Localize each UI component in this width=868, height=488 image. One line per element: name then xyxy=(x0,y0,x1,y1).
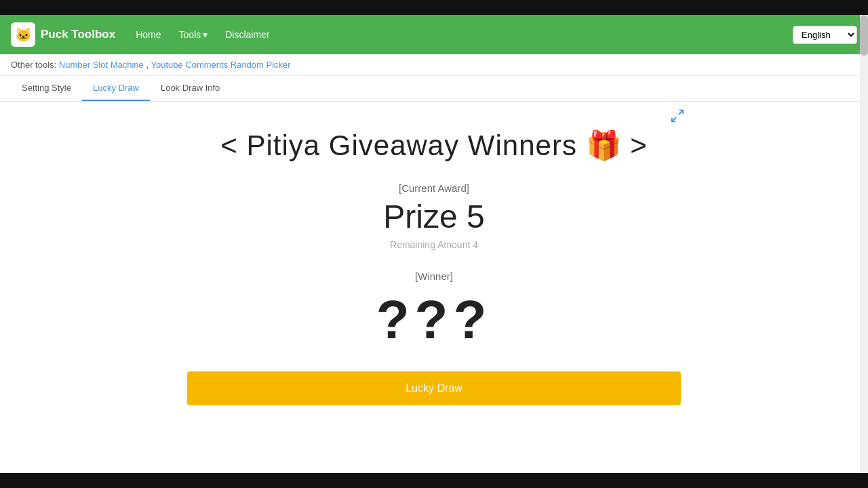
brand-name: Puck Toolbox xyxy=(41,28,115,41)
other-tools-bar: Other tools: Number Slot Machine , Youtu… xyxy=(0,54,868,76)
other-tools-label: Other tools: xyxy=(11,60,56,70)
tab-setting-style[interactable]: Setting Style xyxy=(11,76,82,101)
navbar-right: English Thai Japanese xyxy=(793,26,857,44)
brand[interactable]: 🐱 Puck Toolbox xyxy=(11,22,115,47)
navbar-left: 🐱 Puck Toolbox Home Tools ▾ Disclaimer xyxy=(11,22,277,47)
main-content: < Pitiya Giveaway Winners 🎁 > [Current A… xyxy=(176,102,692,419)
remaining-amount: Remaining Amount 4 xyxy=(187,239,681,250)
tab-navigation: Setting Style Lucky Draw Look Draw Info xyxy=(0,76,868,102)
language-select[interactable]: English Thai Japanese xyxy=(793,26,857,44)
svg-line-0 xyxy=(679,110,683,115)
nav-links: Home Tools ▾ Disclaimer xyxy=(129,25,276,44)
prize-name: Prize 5 xyxy=(187,198,681,235)
yt-comments-link[interactable]: Youtube Comments Random Picker xyxy=(151,60,290,70)
winner-label: [Winner] xyxy=(187,270,681,282)
giveaway-title: < Pitiya Giveaway Winners 🎁 > xyxy=(187,129,681,162)
scrollbar-thumb[interactable] xyxy=(860,15,868,56)
navbar: 🐱 Puck Toolbox Home Tools ▾ Disclaimer E… xyxy=(0,15,868,54)
nav-disclaimer[interactable]: Disclaimer xyxy=(218,25,276,44)
nav-tools-dropdown[interactable]: Tools ▾ xyxy=(172,25,215,44)
winner-section: [Winner] ??? xyxy=(187,270,681,351)
fullscreen-button[interactable] xyxy=(670,108,685,127)
number-slot-link[interactable]: Number Slot Machine xyxy=(59,60,144,70)
svg-line-1 xyxy=(672,117,676,121)
winner-placeholder: ??? xyxy=(187,289,681,351)
nav-tools-label: Tools xyxy=(179,29,201,40)
tab-look-draw-info[interactable]: Look Draw Info xyxy=(150,76,231,101)
nav-home[interactable]: Home xyxy=(129,25,167,44)
brand-icon: 🐱 xyxy=(11,22,35,47)
current-award-label: [Current Award] xyxy=(187,182,681,194)
lucky-draw-button[interactable]: Lucky Draw xyxy=(187,371,681,405)
tab-lucky-draw[interactable]: Lucky Draw xyxy=(82,76,150,101)
dropdown-arrow-icon: ▾ xyxy=(203,29,208,40)
scrollbar[interactable] xyxy=(860,15,868,419)
top-black-bar xyxy=(0,0,868,15)
